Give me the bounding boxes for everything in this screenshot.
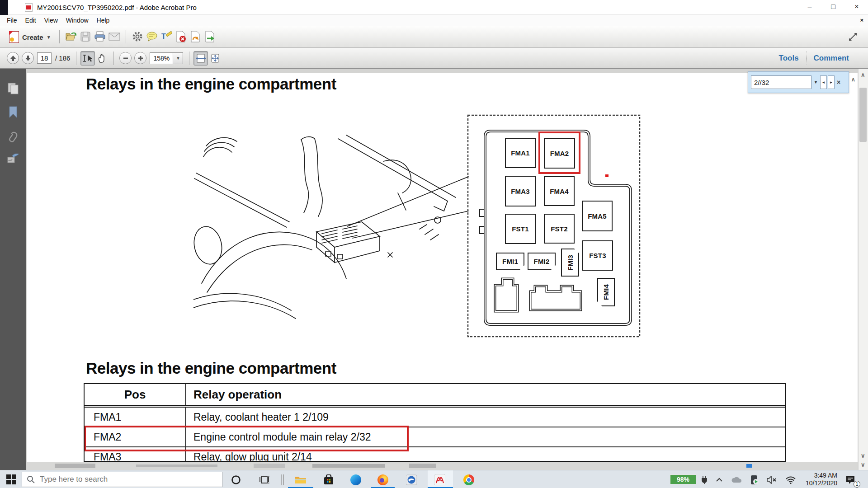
onedrive-button[interactable]	[731, 474, 742, 486]
fit-width-icon	[195, 53, 206, 63]
taskbar-edge[interactable]	[350, 474, 362, 486]
hand-tool-icon	[97, 53, 107, 63]
defender-button[interactable]	[749, 474, 760, 486]
zoom-level-value[interactable]: 158%	[150, 52, 173, 64]
settings-button[interactable]	[130, 29, 145, 44]
store-icon	[323, 474, 334, 485]
workspace: Relays in the engine compartment	[0, 69, 868, 470]
bookmarks-button[interactable]	[0, 100, 26, 124]
red-marker-dot	[605, 174, 609, 177]
navigation-toolbar: / 186 158% ▼	[0, 48, 868, 69]
menu-item-view[interactable]: View	[44, 17, 58, 24]
email-button[interactable]	[107, 29, 122, 44]
select-tool-button[interactable]	[80, 51, 95, 66]
cortana-button[interactable]	[230, 474, 242, 486]
chevron-down-icon[interactable]: ▼	[814, 80, 818, 84]
open-button[interactable]	[64, 29, 78, 44]
network-button[interactable]	[785, 474, 797, 486]
page-heading-table: Relays in the engine compartment	[86, 359, 336, 377]
task-view-button[interactable]	[259, 474, 270, 486]
find-next-button[interactable]: ►	[828, 75, 835, 89]
signatures-button[interactable]	[0, 147, 26, 171]
email-icon	[108, 32, 120, 41]
previous-page-button[interactable]	[7, 52, 19, 64]
taskbar-store[interactable]	[323, 474, 335, 486]
zoom-in-button[interactable]	[134, 52, 146, 64]
clock-date: 10/12/2020	[800, 479, 837, 487]
menubar-close-icon[interactable]: ×	[860, 17, 863, 23]
taskbar-firefox[interactable]	[377, 474, 389, 486]
menu-item-edit[interactable]: Edit	[25, 17, 36, 24]
export-button[interactable]	[203, 29, 217, 44]
taskbar-chrome[interactable]	[463, 474, 475, 486]
menu-item-file[interactable]: File	[7, 17, 17, 24]
page-number-input[interactable]	[37, 52, 52, 64]
taskbar-file-explorer[interactable]	[295, 474, 307, 486]
replace-pages-button[interactable]	[188, 29, 203, 44]
zoom-out-icon	[123, 55, 129, 61]
fit-page-button[interactable]	[208, 51, 222, 66]
hidden-icons-button[interactable]	[713, 474, 725, 486]
edit-text-button[interactable]: T	[159, 29, 174, 44]
zoom-in-icon	[137, 55, 144, 61]
main-toolbar: Create ▼ T	[0, 26, 868, 48]
hand-tool-button[interactable]	[95, 51, 109, 66]
attachments-button[interactable]	[0, 124, 26, 147]
maximize-button[interactable]: □	[823, 0, 844, 14]
zoom-out-button[interactable]	[119, 52, 132, 64]
relay-fma3: FMA3	[505, 176, 536, 206]
create-button[interactable]: Create ▼	[5, 29, 55, 45]
scroll-up-icon-secondary[interactable]: ∧	[851, 76, 855, 83]
relay-fma1: FMA1	[505, 138, 536, 168]
page-down-icon	[25, 55, 31, 61]
relay-fmi2: FMI2	[528, 253, 556, 270]
export-page-icon	[204, 31, 215, 42]
defender-icon	[750, 475, 759, 485]
taskbar-clock[interactable]: 3:49 AM 10/12/2020	[800, 472, 837, 487]
scrolling-mode-button[interactable]	[193, 51, 208, 66]
cell-pos: FMA2	[85, 427, 186, 446]
close-button[interactable]: ×	[846, 0, 867, 14]
battery-indicator[interactable]: 98%	[670, 474, 696, 484]
zoom-level-control[interactable]: 158% ▼	[150, 52, 183, 64]
fma2-highlight-box	[538, 131, 580, 174]
paperclip-icon	[7, 129, 19, 142]
scroll-down-icon-secondary[interactable]: ∨	[861, 461, 865, 468]
relay-fmi3: FMI3	[561, 249, 579, 277]
minimize-button[interactable]: –	[799, 0, 820, 14]
print-icon	[94, 31, 106, 42]
find-input[interactable]	[751, 75, 811, 89]
plug-icon	[701, 476, 708, 484]
taskbar-thunderbird[interactable]	[406, 474, 417, 486]
pdf-file-icon	[25, 3, 33, 12]
table-header-operation: Relay operation	[186, 388, 785, 402]
create-page-icon	[9, 31, 19, 43]
cell-pos: FMA3	[85, 447, 186, 462]
find-close-icon[interactable]: ×	[837, 79, 840, 86]
start-button[interactable]	[6, 474, 16, 484]
comment-bubble-icon	[146, 31, 158, 42]
comment-button[interactable]	[145, 29, 159, 44]
next-page-button[interactable]	[22, 52, 34, 64]
fullscreen-toggle[interactable]	[847, 32, 859, 44]
find-bar: ▼ ◄ ► ×	[748, 71, 849, 93]
taskbar-acrobat[interactable]	[434, 474, 446, 486]
scrollbar-thumb[interactable]	[859, 88, 867, 142]
page-thumbnails-button[interactable]	[0, 77, 26, 100]
menu-item-help[interactable]: Help	[97, 17, 110, 24]
tools-tab[interactable]: Tools	[779, 54, 799, 63]
search-input[interactable]	[39, 474, 202, 484]
scroll-down-icon[interactable]: ∨	[861, 452, 865, 459]
volume-button[interactable]	[766, 474, 778, 486]
scroll-up-icon[interactable]: ∧	[861, 71, 865, 78]
taskbar-search[interactable]	[22, 472, 222, 487]
wifi-icon	[785, 476, 796, 484]
save-button[interactable]	[78, 29, 93, 44]
find-previous-button[interactable]: ◄	[820, 75, 827, 89]
menu-item-window[interactable]: Window	[66, 17, 89, 24]
print-button[interactable]	[93, 29, 107, 44]
delete-pages-button[interactable]	[174, 29, 188, 44]
comment-tab[interactable]: Comment	[814, 54, 849, 63]
vertical-scrollbar[interactable]: ∧ ∨ ∨	[858, 69, 868, 470]
zoom-dropdown[interactable]: ▼	[173, 52, 183, 64]
